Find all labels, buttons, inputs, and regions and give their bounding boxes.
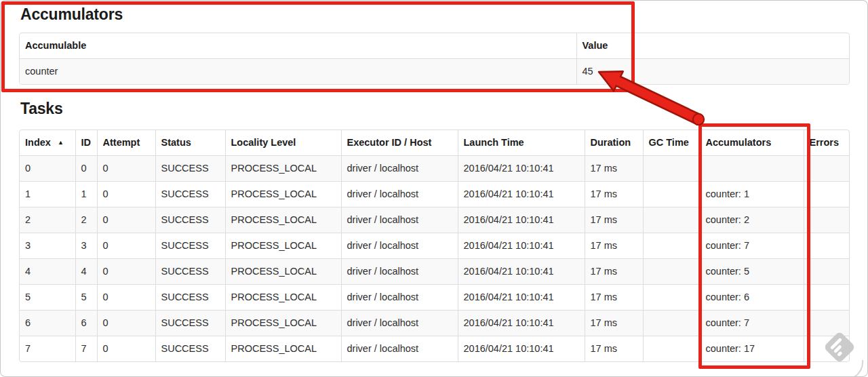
attempt-cell: 0 bbox=[97, 156, 155, 182]
launch-time-cell: 2016/04/21 10:10:41 bbox=[458, 207, 585, 233]
executor-id-host-cell: driver / localhost bbox=[341, 156, 458, 182]
id-cell: 6 bbox=[75, 311, 97, 336]
index-cell: 0 bbox=[20, 156, 75, 182]
duration-cell: 17 ms bbox=[585, 182, 643, 207]
column-header-value: Value bbox=[576, 33, 849, 59]
status-cell: SUCCESS bbox=[155, 233, 225, 259]
launch-time-cell: 2016/04/21 10:10:41 bbox=[458, 259, 585, 285]
duration-cell: 17 ms bbox=[585, 285, 643, 311]
gc-time-cell bbox=[643, 207, 700, 233]
accumulators-cell: counter: 5 bbox=[700, 259, 804, 285]
id-cell: 5 bbox=[75, 285, 97, 311]
errors-cell bbox=[804, 259, 849, 285]
locality-level-cell: PROCESS_LOCAL bbox=[225, 336, 341, 362]
launch-time-cell: 2016/04/21 10:10:41 bbox=[458, 233, 585, 259]
accumulators-cell: counter: 6 bbox=[700, 285, 804, 311]
status-cell: SUCCESS bbox=[155, 285, 225, 311]
id-cell: 0 bbox=[75, 156, 97, 182]
executor-id-host-cell: driver / localhost bbox=[341, 233, 458, 259]
task-row: 2 2 0 SUCCESS PROCESS_LOCAL driver / loc… bbox=[20, 207, 849, 233]
duration-cell: 17 ms bbox=[585, 233, 643, 259]
status-cell: SUCCESS bbox=[155, 311, 225, 336]
task-row: 3 3 0 SUCCESS PROCESS_LOCAL driver / loc… bbox=[20, 233, 849, 259]
index-cell: 5 bbox=[20, 285, 75, 311]
duration-cell: 17 ms bbox=[585, 336, 643, 362]
index-cell: 6 bbox=[20, 311, 75, 336]
locality-level-cell: PROCESS_LOCAL bbox=[225, 285, 341, 311]
spark-stage-details-page: Accumulators Accumulable Value counter 4… bbox=[0, 0, 868, 377]
gc-time-cell bbox=[643, 259, 700, 285]
errors-cell bbox=[804, 156, 849, 182]
column-header-status[interactable]: Status bbox=[155, 130, 225, 156]
gc-time-cell bbox=[643, 233, 700, 259]
gc-time-cell bbox=[643, 311, 700, 336]
executor-id-host-cell: driver / localhost bbox=[341, 311, 458, 336]
status-cell: SUCCESS bbox=[155, 182, 225, 207]
accumulable-name-cell: counter bbox=[20, 59, 576, 85]
accumulators-cell: counter: 2 bbox=[700, 207, 804, 233]
attempt-cell: 0 bbox=[97, 336, 155, 362]
locality-level-cell: PROCESS_LOCAL bbox=[225, 156, 341, 182]
gc-time-cell bbox=[643, 156, 700, 182]
accumulators-cell: counter: 7 bbox=[700, 311, 804, 336]
locality-level-cell: PROCESS_LOCAL bbox=[225, 259, 341, 285]
task-row: 6 6 0 SUCCESS PROCESS_LOCAL driver / loc… bbox=[20, 311, 849, 336]
errors-cell bbox=[804, 207, 849, 233]
status-cell: SUCCESS bbox=[155, 259, 225, 285]
launch-time-cell: 2016/04/21 10:10:41 bbox=[458, 285, 585, 311]
gc-time-cell bbox=[643, 182, 700, 207]
id-cell: 1 bbox=[75, 182, 97, 207]
tasks-header-row: Index▲ ID Attempt Status Locality Level … bbox=[20, 130, 849, 156]
corner-artifact bbox=[854, 360, 863, 377]
duration-cell: 17 ms bbox=[585, 311, 643, 336]
index-cell: 7 bbox=[20, 336, 75, 362]
task-row: 7 7 0 SUCCESS PROCESS_LOCAL driver / loc… bbox=[20, 336, 849, 362]
column-header-locality-level[interactable]: Locality Level bbox=[225, 130, 341, 156]
column-header-id[interactable]: ID bbox=[75, 130, 97, 156]
id-cell: 2 bbox=[75, 207, 97, 233]
column-header-gc-time[interactable]: GC Time bbox=[643, 130, 700, 156]
status-cell: SUCCESS bbox=[155, 336, 225, 362]
column-header-duration[interactable]: Duration bbox=[585, 130, 643, 156]
tasks-section-title: Tasks bbox=[20, 100, 63, 118]
executor-id-host-cell: driver / localhost bbox=[341, 259, 458, 285]
executor-id-host-cell: driver / localhost bbox=[341, 207, 458, 233]
errors-cell bbox=[804, 285, 849, 311]
column-header-launch-time[interactable]: Launch Time bbox=[458, 130, 585, 156]
column-header-accumulators[interactable]: Accumulators bbox=[700, 130, 804, 156]
launch-time-cell: 2016/04/21 10:10:41 bbox=[458, 336, 585, 362]
index-cell: 3 bbox=[20, 233, 75, 259]
duration-cell: 17 ms bbox=[585, 156, 643, 182]
index-cell: 4 bbox=[20, 259, 75, 285]
id-cell: 3 bbox=[75, 233, 97, 259]
column-header-errors[interactable]: Errors bbox=[804, 130, 849, 156]
task-row: 1 1 0 SUCCESS PROCESS_LOCAL driver / loc… bbox=[20, 182, 849, 207]
column-header-executor-id-host[interactable]: Executor ID / Host bbox=[341, 130, 458, 156]
attempt-cell: 0 bbox=[97, 311, 155, 336]
attempt-cell: 0 bbox=[97, 233, 155, 259]
gc-time-cell bbox=[643, 336, 700, 362]
attempt-cell: 0 bbox=[97, 259, 155, 285]
status-cell: SUCCESS bbox=[155, 156, 225, 182]
accumulators-section-title: Accumulators bbox=[20, 5, 123, 24]
accumulable-value-cell: 45 bbox=[576, 59, 849, 85]
locality-level-cell: PROCESS_LOCAL bbox=[225, 182, 341, 207]
task-row: 4 4 0 SUCCESS PROCESS_LOCAL driver / loc… bbox=[20, 259, 849, 285]
launch-time-cell: 2016/04/21 10:10:41 bbox=[458, 182, 585, 207]
index-cell: 1 bbox=[20, 182, 75, 207]
launch-time-cell: 2016/04/21 10:10:41 bbox=[458, 311, 585, 336]
duration-cell: 17 ms bbox=[585, 207, 643, 233]
locality-level-cell: PROCESS_LOCAL bbox=[225, 311, 341, 336]
task-row: 5 5 0 SUCCESS PROCESS_LOCAL driver / loc… bbox=[20, 285, 849, 311]
attempt-cell: 0 bbox=[97, 285, 155, 311]
column-header-index[interactable]: Index▲ bbox=[20, 130, 75, 156]
task-row: 0 0 0 SUCCESS PROCESS_LOCAL driver / loc… bbox=[20, 156, 849, 182]
index-cell: 2 bbox=[20, 207, 75, 233]
column-header-attempt[interactable]: Attempt bbox=[97, 130, 155, 156]
executor-id-host-cell: driver / localhost bbox=[341, 336, 458, 362]
id-cell: 4 bbox=[75, 259, 97, 285]
duration-cell: 17 ms bbox=[585, 259, 643, 285]
gc-time-cell bbox=[643, 285, 700, 311]
tasks-table: Index▲ ID Attempt Status Locality Level … bbox=[19, 130, 850, 362]
accumulator-row: counter 45 bbox=[20, 59, 849, 85]
